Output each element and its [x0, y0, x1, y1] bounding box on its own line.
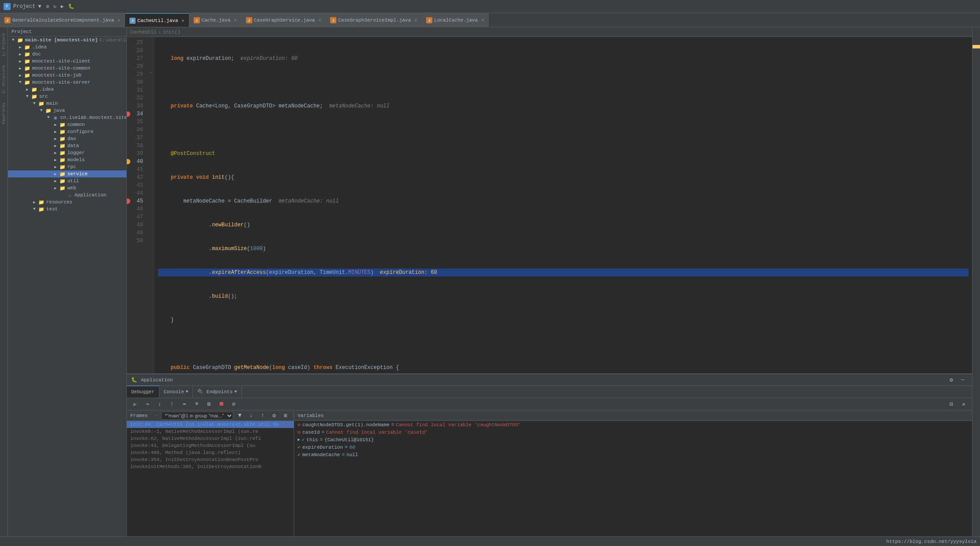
editor-content[interactable]: 25 26 27 28 29 30 31 32 33 34 35: [127, 37, 972, 373]
debug-app-label: Application: [141, 377, 173, 383]
tree-service[interactable]: ▶ 📁 service: [8, 170, 126, 177]
tab-casegraphserviceimpl[interactable]: J CaseGraphServiceImpl.java ✕: [326, 13, 422, 27]
tree-test-icon: 📁: [38, 206, 45, 212]
frames-btn[interactable]: ⊞: [204, 399, 214, 409]
resume-btn[interactable]: ▶: [130, 399, 140, 409]
tree-client[interactable]: ▶ 📁 mooctest-site-client: [8, 58, 126, 65]
tree-server[interactable]: ▼ 📁 mooctest-site-server: [8, 79, 126, 86]
tree-package[interactable]: ▼ ◉ cn.iselab.mooctest.site: [8, 114, 126, 121]
debug-minimize-btn[interactable]: —: [958, 375, 968, 385]
tree-resources[interactable]: ▶ 📁 resources: [8, 199, 126, 206]
sidebar: Project ▼ 📁 main-site [mooctest-site] C:…: [8, 27, 127, 536]
frame-item-2[interactable]: invoke0:-1, NativeMethodAccessorImpl (su…: [127, 428, 294, 435]
tree-models[interactable]: ▶ 📁 models: [8, 156, 126, 163]
tree-logger[interactable]: ▶ 📁 logger: [8, 149, 126, 156]
tree-root[interactable]: ▼ 📁 main-site [mooctest-site] C:\Users\1…: [8, 37, 126, 44]
restore-layout-btn[interactable]: ⊡: [947, 399, 956, 409]
tab-localcache-close[interactable]: ✕: [481, 18, 484, 23]
tree-application[interactable]: ☕ Application: [8, 192, 126, 199]
debug-tab-endpoints[interactable]: 🔌 Endpoints ▼: [193, 386, 241, 398]
frame-item-6[interactable]: invoke:354, InitDestroyAnnotationBeanPos…: [127, 456, 294, 463]
ln-44: 44: [127, 189, 143, 197]
step-out-btn[interactable]: ↑: [167, 399, 177, 409]
settings-icon[interactable]: ⚙: [45, 4, 51, 9]
tab-localcache[interactable]: J LocalCache.java ✕: [422, 13, 489, 27]
run-icon[interactable]: ▶: [59, 4, 65, 9]
frame-item-5[interactable]: invoke:498, Method (java.lang.reflect): [127, 449, 294, 456]
tab-cacheutil-close[interactable]: ✕: [182, 18, 184, 23]
debug-icon[interactable]: 🐛: [67, 4, 76, 9]
tree-src[interactable]: ▼ 📁 src: [8, 93, 126, 100]
tab-cache[interactable]: J Cache.java ✕: [189, 13, 242, 27]
thread-filter-btn[interactable]: ▼: [235, 411, 245, 421]
tab-cacheutil[interactable]: J CacheUtil.java ✕: [125, 13, 189, 27]
tab-casegraphservice[interactable]: J CaseGraphService.java ✕: [242, 13, 326, 27]
tree-util[interactable]: ▶ 📁 util: [8, 177, 126, 184]
stop-btn[interactable]: ⏹: [217, 399, 226, 409]
tree-rpc[interactable]: ▶ 📁 rpc: [8, 163, 126, 170]
project-dropdown[interactable]: ▼: [38, 4, 41, 10]
ln-39: 39: [127, 150, 143, 158]
tree-logger-label: logger: [67, 150, 85, 155]
tree-models-arrow: ▶: [52, 158, 59, 162]
breadcrumb-method[interactable]: init(): [163, 30, 181, 35]
tab-casegraphserviceimpl-close[interactable]: ✕: [414, 18, 417, 23]
tree-configure[interactable]: ▶ 📁 configure: [8, 128, 126, 135]
code-container: 25 26 27 28 29 30 31 32 33 34 35: [127, 37, 972, 373]
var-name-4: expireDuration: [302, 445, 343, 450]
tab-cache-close[interactable]: ✕: [234, 18, 237, 23]
tree-common[interactable]: ▶ 📁 mooctest-site-common: [8, 65, 126, 72]
java-icon-lc: J: [426, 17, 432, 23]
tree-web[interactable]: ▶ 📁 web: [8, 184, 126, 192]
gf-29[interactable]: −: [147, 69, 155, 77]
tree-java[interactable]: ▼ 📁 java: [8, 107, 126, 114]
tree-main[interactable]: ▼ 📁 main: [8, 100, 126, 107]
tab-casegraphservice-close[interactable]: ✕: [318, 18, 321, 23]
tree-common2[interactable]: ▶ 📁 common: [8, 121, 126, 128]
frame-item-4[interactable]: invoke:43, DelegatingMethodAccessorImpl …: [127, 442, 294, 449]
tree-dao[interactable]: ▶ 📁 dao: [8, 135, 126, 142]
variables-header-label: Variables: [298, 413, 324, 418]
step-into-btn[interactable]: ↓: [155, 399, 165, 409]
tree-test[interactable]: ▼ 📁 test: [8, 206, 126, 213]
var-error-icon-2: ⊘: [298, 429, 301, 435]
thread-settings-btn[interactable]: ⚙: [269, 411, 279, 421]
tab-general[interactable]: J GeneralCalculateScoreComponent.java ✕: [0, 13, 125, 27]
frame-item-1[interactable]: init:34, CacheUtil (cn.iselab.mooctest.s…: [127, 421, 294, 428]
sync-icon[interactable]: ↻: [52, 4, 58, 9]
tree-idea[interactable]: ▶ 📁 .idea: [8, 44, 126, 51]
tree-data[interactable]: ▶ 📁 data: [8, 142, 126, 149]
structure-side-icon[interactable]: 2: Structure: [2, 63, 6, 96]
code-lines[interactable]: long expireDuration; expireDuration: 60 …: [155, 37, 972, 373]
close-debug-btn[interactable]: ✕: [959, 399, 969, 409]
thread-copy-btn[interactable]: ⊞: [281, 411, 291, 421]
tree-resources-icon: 📁: [38, 199, 45, 205]
status-bar: https://blog.csdn.net/yyysylvia: [0, 536, 980, 546]
step-over-btn[interactable]: ↷: [143, 399, 152, 409]
tree-job[interactable]: ▶ 📁 mooctest-site-job: [8, 72, 126, 79]
tree-server-idea[interactable]: ▶ 📁 .idea: [8, 86, 126, 93]
tree-resources-arrow: ▶: [31, 200, 38, 205]
frame-item-7[interactable]: invokeInitMethods:305, InitDestroyAnnota…: [127, 463, 294, 470]
mute-breakpoints-btn[interactable]: ⊘: [229, 399, 239, 409]
project-side-icon[interactable]: 1: Project: [2, 31, 6, 58]
var-val-1: Cannot find local variable 'caughtNodeDT…: [396, 422, 521, 428]
favorites-side-icon[interactable]: Favorites: [2, 101, 6, 126]
frame-item-3[interactable]: invoke:62, NativeMethodAccessorImpl (sun…: [127, 435, 294, 442]
tree-util-icon: 📁: [59, 178, 66, 184]
evaluate-btn[interactable]: ≡: [192, 399, 202, 409]
var-name-2: caseId: [302, 430, 320, 435]
thread-select[interactable]: *"main"@1 in group "mai...": [161, 412, 233, 420]
run-to-cursor-btn[interactable]: ➡: [180, 399, 189, 409]
debug-settings-btn[interactable]: ⚙: [947, 375, 956, 385]
breadcrumb-cacheutil[interactable]: CacheUtil: [130, 30, 156, 35]
debug-tab-debugger[interactable]: Debugger: [127, 386, 159, 398]
thread-up-btn[interactable]: ↑: [258, 411, 268, 421]
tab-general-close[interactable]: ✕: [118, 18, 120, 23]
var-val-5: null: [346, 452, 358, 457]
debug-tab-console[interactable]: Console ▼: [159, 386, 193, 398]
tree-doc[interactable]: ▶ 📁 doc: [8, 51, 126, 58]
thread-step-btn[interactable]: ↓: [247, 411, 256, 421]
ln-49: 49: [127, 229, 143, 237]
var-item-3[interactable]: ▶ ✔ this = {CacheUtil@10151}: [294, 436, 972, 443]
